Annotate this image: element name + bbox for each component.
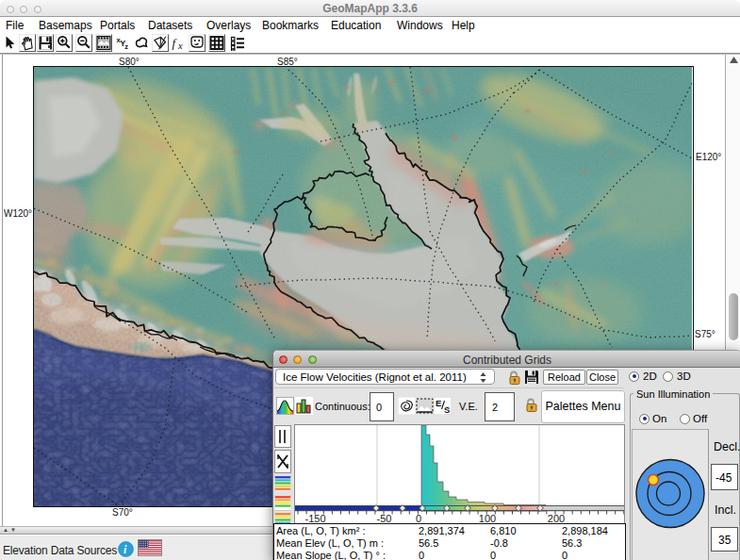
- svg-text:x: x: [177, 41, 183, 51]
- svg-text:S: S: [444, 404, 450, 415]
- svg-text:f: f: [173, 36, 178, 50]
- svg-text:E: E: [436, 398, 441, 408]
- svg-text:z: z: [124, 42, 128, 51]
